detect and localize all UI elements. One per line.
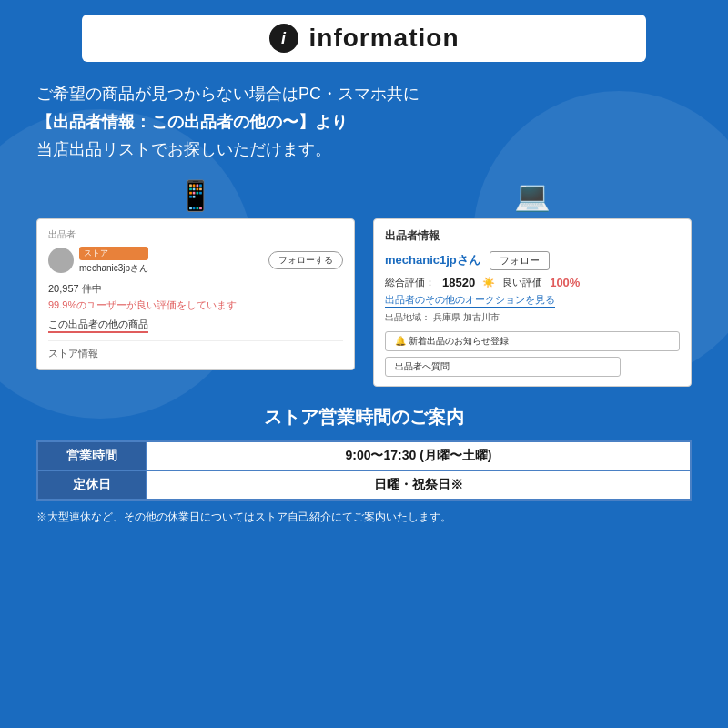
pc-screenshot-box: 出品者情報 mechanic1jpさん フォロー 総合評価： 18520 ☀️ … <box>373 218 692 387</box>
pc-location-value: 兵庫県 加古川市 <box>433 312 500 322</box>
hours-table: 営業時間 9:00〜17:30 (月曜〜土曜) 定休日 日曜・祝祭日※ <box>36 440 692 500</box>
mobile-avatar <box>48 248 74 273</box>
pc-screenshot-col: 💻 出品者情報 mechanic1jpさん フォロー 総合評価： 18520 ☀… <box>373 178 692 387</box>
table-row-holiday: 定休日 日曜・祝祭日※ <box>37 470 691 500</box>
pc-auction-link[interactable]: 出品者のその他のオークションを見る <box>385 293 555 308</box>
table-row-hours: 営業時間 9:00〜17:30 (月曜〜土曜) <box>37 441 691 470</box>
mobile-store-info-label[interactable]: ストア情報 <box>48 340 343 360</box>
mobile-seller-row: ストア mechanic3jpさん フォローする <box>48 247 343 275</box>
mobile-store-badge: ストア <box>79 247 148 260</box>
pc-device-icon: 💻 <box>514 178 551 213</box>
pc-location-label: 出品地域： <box>385 312 430 322</box>
pc-seller-name: mechanic1jpさん <box>385 252 480 268</box>
hours-value-1: 9:00〜17:30 (月曜〜土曜) <box>147 441 691 470</box>
info-icon: i <box>269 24 298 53</box>
pc-seller-row: mechanic1jpさん フォロー <box>385 251 680 270</box>
hours-value-2: 日曜・祝祭日※ <box>147 470 691 500</box>
mobile-seller-left: ストア mechanic3jpさん <box>48 247 148 275</box>
main-text-line1: ご希望の商品が見つからない場合はPC・スマホ共に <box>36 85 420 103</box>
mobile-other-products-link[interactable]: この出品者の他の商品 <box>48 318 148 333</box>
info-title: information <box>309 24 460 53</box>
store-hours-section: ストア営業時間のご案内 営業時間 9:00〜17:30 (月曜〜土曜) 定休日 … <box>36 405 692 525</box>
pc-sun-icon: ☀️ <box>482 277 495 288</box>
mobile-device-icon: 📱 <box>177 178 214 213</box>
screenshots-row: 📱 出品者 ストア mechanic3jpさん フォローする 20,957 件中… <box>36 178 692 387</box>
pc-notification-button[interactable]: 🔔 新着出品のお知らせ登録 <box>385 331 680 351</box>
main-text-line2: 【出品者情報：この出品者の他の〜】より <box>36 113 348 131</box>
mobile-screenshot-box: 出品者 ストア mechanic3jpさん フォローする 20,957 件中 9… <box>36 218 355 370</box>
info-icon-text: i <box>281 29 286 48</box>
mobile-review-count: 20,957 件中 <box>48 282 343 296</box>
pc-question-button[interactable]: 出品者へ質問 <box>385 357 621 377</box>
mobile-review-percent: 99.9%のユーザーが良い評価をしています <box>48 298 343 312</box>
pc-location-row: 出品地域： 兵庫県 加古川市 <box>385 311 680 324</box>
pc-rating-row: 総合評価： 18520 ☀️ 良い評価 100% <box>385 276 680 289</box>
hours-label-1: 営業時間 <box>37 441 147 470</box>
main-description: ご希望の商品が見つからない場合はPC・スマホ共に 【出品者情報：この出品者の他の… <box>36 80 692 164</box>
mobile-screenshot-col: 📱 出品者 ストア mechanic3jpさん フォローする 20,957 件中… <box>36 178 355 370</box>
main-text-line3: 当店出品リストでお探しいただけます。 <box>36 140 331 158</box>
pc-total-rating-num: 18520 <box>442 276 475 289</box>
pc-good-rating-percent: 100% <box>550 276 580 289</box>
footer-note: ※大型連休など、その他の休業日についてはストア自己紹介にてご案内いたします。 <box>36 510 692 525</box>
mobile-section-label: 出品者 <box>48 228 343 241</box>
mobile-follow-button[interactable]: フォローする <box>268 251 343 269</box>
mobile-seller-name: mechanic3jpさん <box>79 263 148 273</box>
pc-section-label: 出品者情報 <box>385 228 680 244</box>
info-header-box: i information <box>82 15 646 62</box>
pc-total-rating-label: 総合評価： <box>385 276 435 289</box>
pc-good-rating-label: 良い評価 <box>502 276 542 289</box>
hours-label-2: 定休日 <box>37 470 147 500</box>
pc-follow-button[interactable]: フォロー <box>490 251 550 270</box>
store-hours-title: ストア営業時間のご案内 <box>36 405 692 430</box>
